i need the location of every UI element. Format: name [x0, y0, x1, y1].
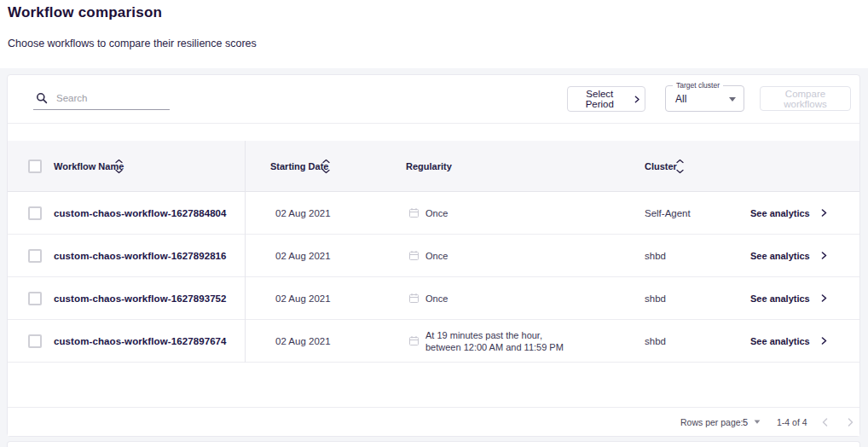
- see-analytics-button[interactable]: See analytics: [750, 293, 827, 304]
- sort-asc-icon: [676, 159, 684, 163]
- see-analytics-button[interactable]: See analytics: [750, 251, 827, 261]
- cluster-name: shbd: [645, 293, 666, 304]
- rows-per-page-label: Rows per page:: [680, 417, 744, 427]
- row-checkbox[interactable]: [28, 334, 42, 348]
- starting-date: 02 Aug 2021: [275, 251, 331, 261]
- workflow-comparison-card: Select Period Target cluster All Compare…: [7, 74, 860, 437]
- column-header-regularity: Regularity: [406, 161, 452, 171]
- table-toolbar: Select Period Target cluster All Compare…: [8, 75, 859, 124]
- target-cluster-select[interactable]: Target cluster All: [665, 85, 744, 112]
- table-row: custom-chaos-workflow-1627897674 02 Aug …: [8, 320, 859, 363]
- column-divider: [245, 141, 246, 363]
- cluster-name: Self-Agent: [645, 208, 691, 218]
- row-checkbox[interactable]: [28, 292, 42, 305]
- regularity-cell: Once: [408, 250, 448, 262]
- next-page-button[interactable]: [843, 415, 857, 429]
- search-field[interactable]: [33, 87, 170, 110]
- target-cluster-value: All: [675, 93, 686, 105]
- select-period-button[interactable]: Select Period: [567, 86, 645, 112]
- regularity-cell: At 19 minutes past the hour,between 12:0…: [408, 329, 564, 353]
- column-header-workflow-name: Workflow Name: [54, 161, 124, 171]
- workflow-name: custom-chaos-workflow-1627897674: [54, 336, 227, 346]
- table-row: custom-chaos-workflow-1627893752 02 Aug …: [8, 277, 859, 320]
- regularity-text: Once: [425, 207, 448, 219]
- row-checkbox[interactable]: [28, 206, 42, 220]
- chevron-right-icon: [848, 418, 854, 427]
- search-input[interactable]: [55, 92, 160, 104]
- sort-control-starting-date[interactable]: [322, 159, 330, 173]
- chevron-right-icon: [821, 294, 827, 302]
- chevron-left-icon: [822, 418, 828, 427]
- workflow-name: custom-chaos-workflow-1627893752: [54, 293, 227, 304]
- see-analytics-button[interactable]: See analytics: [750, 336, 827, 346]
- regularity-cell: Once: [408, 293, 448, 305]
- sort-asc-icon: [115, 159, 123, 163]
- previous-page-button[interactable]: [818, 415, 831, 429]
- rows-per-page-value: 5: [743, 417, 748, 427]
- page-title: Workflow comparison: [8, 4, 162, 21]
- calendar-icon: [408, 207, 420, 218]
- rows-per-page-select[interactable]: 5: [743, 417, 761, 427]
- sort-desc-icon: [676, 169, 684, 173]
- sort-control-workflow-name[interactable]: [115, 159, 123, 173]
- pagination-range: 1-4 of 4: [777, 417, 807, 427]
- sort-control-cluster[interactable]: [676, 159, 684, 173]
- search-icon: [36, 92, 48, 104]
- dropdown-caret-icon: [729, 97, 736, 102]
- pagination-bar: Rows per page: 5 1-4 of 4: [8, 407, 859, 436]
- see-analytics-button[interactable]: See analytics: [750, 208, 827, 218]
- select-all-checkbox[interactable]: [28, 160, 42, 173]
- row-checkbox[interactable]: [28, 249, 42, 263]
- see-analytics-label: See analytics: [750, 208, 810, 218]
- see-analytics-label: See analytics: [750, 336, 810, 346]
- cluster-name: shbd: [645, 251, 666, 261]
- page-subtitle: Choose workflows to compare their resili…: [8, 38, 257, 49]
- see-analytics-label: See analytics: [750, 293, 810, 304]
- chevron-right-icon: [821, 337, 827, 345]
- workflow-name: custom-chaos-workflow-1627884804: [54, 208, 227, 218]
- regularity-cell: Once: [408, 207, 448, 219]
- select-period-label: Select Period: [573, 89, 627, 109]
- sort-asc-icon: [322, 159, 330, 163]
- starting-date: 02 Aug 2021: [275, 208, 331, 218]
- regularity-text: Once: [425, 250, 448, 262]
- calendar-icon: [408, 293, 420, 304]
- column-header-starting-date: Starting Date: [270, 161, 328, 171]
- table-row: custom-chaos-workflow-1627884804 02 Aug …: [8, 192, 859, 235]
- calendar-icon: [408, 250, 420, 261]
- column-header-cluster: Cluster: [645, 161, 677, 171]
- starting-date: 02 Aug 2021: [275, 336, 331, 346]
- starting-date: 02 Aug 2021: [275, 293, 331, 304]
- table-header-row: Workflow Name Starting Date Regularity C…: [8, 141, 859, 192]
- chevron-right-icon: [821, 209, 827, 217]
- see-analytics-label: See analytics: [750, 251, 810, 261]
- table-row: custom-chaos-workflow-1627892816 02 Aug …: [8, 235, 859, 277]
- regularity-text: Once: [425, 293, 448, 305]
- sort-desc-icon: [322, 169, 330, 173]
- regularity-text: At 19 minutes past the hour,between 12:0…: [425, 329, 564, 353]
- dropdown-caret-icon: [755, 420, 761, 423]
- calendar-icon: [408, 335, 420, 346]
- chevron-right-icon: [821, 252, 827, 259]
- workflow-name: custom-chaos-workflow-1627892816: [54, 251, 227, 261]
- compare-workflows-button[interactable]: Compare workflows: [760, 86, 851, 111]
- chevron-right-icon: [634, 96, 639, 103]
- target-cluster-label: Target cluster: [673, 82, 723, 90]
- next-section-card: [7, 441, 860, 447]
- cluster-name: shbd: [645, 336, 666, 346]
- sort-desc-icon: [115, 169, 123, 173]
